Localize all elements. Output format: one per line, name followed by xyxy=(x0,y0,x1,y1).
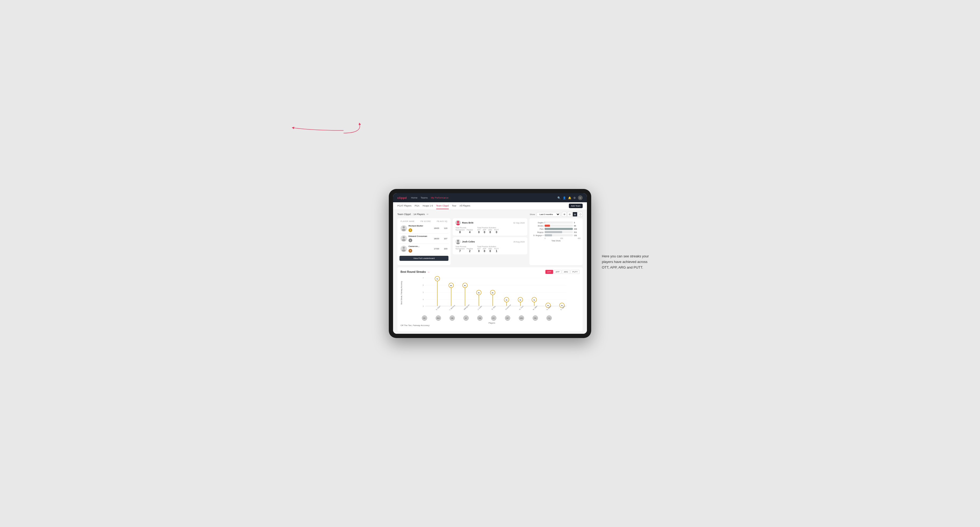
stat-item-tournament: Tournament 7 xyxy=(455,248,465,252)
user-icon[interactable]: 👤 xyxy=(563,197,566,199)
streaks-section: Best Round Streaks ← OTT APP ARG PUTT xyxy=(397,267,583,332)
table-view-btn[interactable]: ⬡ xyxy=(578,212,583,217)
svg-text:M. Miller: M. Miller xyxy=(532,305,538,310)
stat-value: 7 xyxy=(459,250,461,252)
x-axis-label: Players xyxy=(404,322,579,324)
svg-text:6x: 6x xyxy=(450,285,452,286)
stat-player: Josh Coles xyxy=(455,239,475,244)
stat-group-values: OTT 0 APP 0 ARG xyxy=(477,248,499,252)
edit-icon[interactable]: ✏ xyxy=(426,213,429,216)
stat-item-ott: OTT 0 xyxy=(477,248,481,252)
table-row[interactable]: Richard Butler 1 19/20 110 xyxy=(399,223,449,234)
grid-view-btn[interactable]: ⊞ xyxy=(562,212,567,217)
sub-nav-hcaps[interactable]: Hcaps 1-5 xyxy=(423,203,433,209)
show-label: Show xyxy=(530,213,535,216)
sub-nav: PGAT Players PGA Hcaps 1-5 Team Clippd T… xyxy=(393,202,587,210)
stat-label: ARG xyxy=(488,229,492,231)
svg-point-1 xyxy=(402,229,406,231)
svg-text:4x: 4x xyxy=(533,299,535,301)
stat-value: 8 xyxy=(459,231,461,234)
player-name: Edward Crossman xyxy=(409,235,430,237)
main-content: Team Clippd | 14 Players ✏ Show Last 3 m… xyxy=(393,210,587,334)
svg-text:7x: 7x xyxy=(436,278,438,280)
stat-group-activities: Total Practice Activities OTT 0 APP xyxy=(477,246,499,252)
svg-point-7 xyxy=(457,224,460,225)
player-name: Cameron... xyxy=(409,245,430,248)
svg-text:4x: 4x xyxy=(520,299,522,301)
stat-group-label: Total Practice Activities xyxy=(477,246,499,248)
filter-app[interactable]: APP xyxy=(554,270,562,274)
nav-home[interactable]: Home xyxy=(411,195,417,200)
two-col-layout: PLAYER NAME PB SCORE PB AVG SQ Richard B… xyxy=(397,218,583,265)
svg-point-9 xyxy=(457,243,460,244)
rank-badge: 2 xyxy=(409,238,412,242)
stat-group-values: Tournament 7 Practice 2 xyxy=(455,248,473,252)
stat-value: 2 xyxy=(469,250,471,252)
stat-label: OTT xyxy=(477,229,481,231)
stat-label: PUTT xyxy=(494,229,499,231)
leaderboard-panel: PLAYER NAME PB SCORE PB AVG SQ Richard B… xyxy=(397,218,450,265)
sub-nav-tour[interactable]: Tour xyxy=(452,203,457,209)
player-col: RB xyxy=(473,316,487,321)
player-avg: 103 xyxy=(441,248,447,250)
stat-item-practice: Practice 4 xyxy=(466,229,473,234)
time-filter-dropdown[interactable]: Last 3 months Last 1 month Last 6 months… xyxy=(536,212,560,217)
player-mini-avatar: EE xyxy=(422,316,427,321)
bar-track xyxy=(545,231,573,233)
stat-player: Rees Britt xyxy=(455,220,474,225)
stat-value: 0 xyxy=(478,250,480,252)
player-score: 18/20 xyxy=(431,237,439,240)
bar-chart-panel: Eagles 3 Birdies xyxy=(530,218,583,265)
svg-text:6x: 6x xyxy=(464,285,466,286)
svg-text:5x: 5x xyxy=(478,292,480,294)
stat-value: 0 xyxy=(484,250,485,252)
stat-card-josh: Josh Coles 26 Aug 2023 Total Rounds Tour xyxy=(453,237,527,254)
sub-nav-team-clippd[interactable]: Team Clippd xyxy=(436,203,449,209)
sub-nav-pgat[interactable]: PGAT Players xyxy=(397,203,412,209)
stat-item-tournament: Tournament 8 xyxy=(455,229,465,234)
search-icon[interactable]: 🔍 xyxy=(557,197,561,199)
stat-label: Practice xyxy=(466,248,473,250)
stat-item-putt: PUTT 0 xyxy=(494,229,499,234)
streaks-header: Best Round Streaks ← OTT APP ARG PUTT xyxy=(401,270,579,274)
bar-label: Eagles xyxy=(531,222,544,224)
settings-icon[interactable]: ⚙ xyxy=(573,197,576,199)
rank-badge: 1 xyxy=(409,229,412,232)
nav-bar: clippd Home Teams My Performance 🔍 👤 🔔 ⚙… xyxy=(393,193,587,202)
filter-arg[interactable]: ARG xyxy=(562,270,570,274)
stat-player-avatar xyxy=(455,220,461,225)
player-mini-avatar: MM xyxy=(519,316,524,321)
axis-label: Total Shots xyxy=(531,240,581,242)
sub-nav-all-players[interactable]: All Players xyxy=(460,203,470,209)
table-row[interactable]: Cameron... 3 17/20 103 xyxy=(399,244,449,254)
annotation-box: Here you can see streaks your players ha… xyxy=(602,254,655,270)
bar-row-eagles: Eagles 3 xyxy=(531,221,581,224)
svg-text:5: 5 xyxy=(423,291,424,293)
nav-teams[interactable]: Teams xyxy=(420,195,428,200)
team-header: Team Clippd | 14 Players ✏ Show Last 3 m… xyxy=(397,212,583,217)
team-name: Team Clippd xyxy=(397,213,410,216)
filter-putt[interactable]: PUTT xyxy=(570,270,579,274)
avatar[interactable]: U xyxy=(578,195,583,200)
bar-label: Bogeys xyxy=(531,231,544,233)
stats-panel: Rees Britt 02 Sep 2023 Total Rounds Tour xyxy=(453,218,527,265)
nav-my-performance[interactable]: My Performance xyxy=(431,195,449,200)
add-team-button[interactable]: Add Team xyxy=(569,204,583,208)
svg-text:5x: 5x xyxy=(492,292,494,294)
bar-row-pars: Pars 499 xyxy=(531,228,581,230)
player-name: Richard Butler xyxy=(409,225,430,227)
view-leaderboard-button[interactable]: View Full Leaderboard xyxy=(399,256,449,261)
player-score: 19/20 xyxy=(431,227,439,229)
card-view-btn[interactable]: ▤ xyxy=(573,212,578,217)
table-row[interactable]: Edward Crossman 2 18/20 107 xyxy=(399,234,449,244)
sub-nav-pga[interactable]: PGA xyxy=(415,203,419,209)
filter-ott[interactable]: OTT xyxy=(546,270,553,274)
list-view-btn[interactable]: ⊟ xyxy=(567,212,572,217)
bar-track xyxy=(545,228,573,230)
svg-text:6: 6 xyxy=(423,284,424,286)
bar-fill xyxy=(545,225,550,227)
bell-icon[interactable]: 🔔 xyxy=(568,197,571,199)
bar-value: 499 xyxy=(574,228,581,230)
svg-point-8 xyxy=(457,240,459,242)
stat-label: Tournament xyxy=(455,248,465,250)
